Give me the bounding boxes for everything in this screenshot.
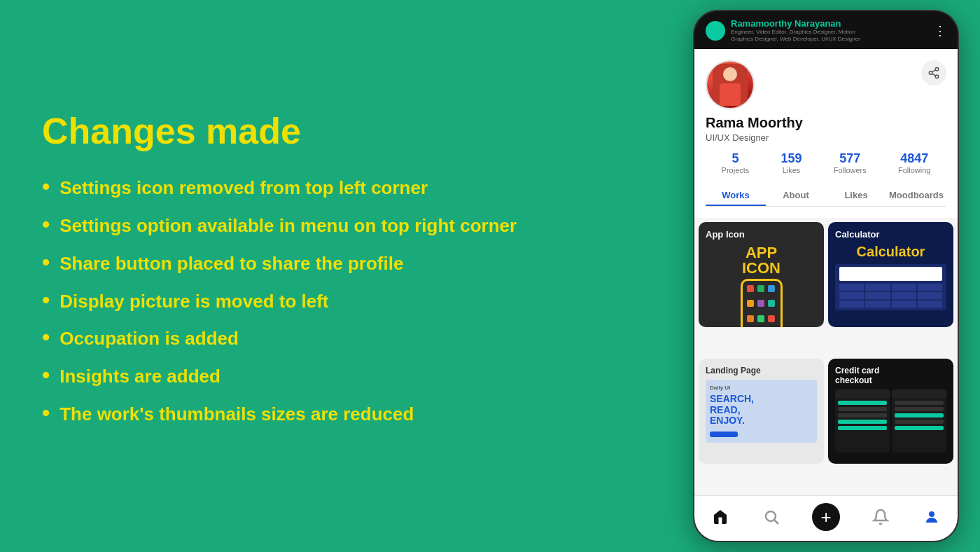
calculator-brand: Calculator [835,244,946,260]
calc-key [865,301,890,308]
topbar-user: Ramamoorthy Narayanan Engineer, Video Ed… [706,18,871,43]
tabs-row: Works About Likes Moodboards [706,184,946,207]
nav-profile-button[interactable] [920,506,943,528]
tab-works[interactable]: Works [706,184,766,206]
stat-num-following: 4847 [898,151,930,166]
stat-likes: 159 Likes [780,151,802,174]
credit-screen-header [835,389,890,398]
app-dot [757,315,764,322]
list-item: Settings icon removed from top left corn… [42,177,651,200]
svg-line-7 [932,74,935,76]
topbar-menu-button[interactable]: ⋮ [934,23,946,39]
credit-row [838,426,887,430]
credit-row-dark [895,401,944,405]
tab-moodboards[interactable]: Moodboards [886,184,946,206]
list-item: Occupation is added [42,327,651,351]
calc-key [865,292,890,299]
landing-text: SEARCH,READ,ENJOY. [710,394,813,426]
calculator-title: Calculator [835,229,946,240]
share-button[interactable] [921,60,946,85]
work-card-credit[interactable]: Credit cardcheckout [828,359,953,464]
credit-screen-1 [835,389,890,453]
stat-following: 4847 Following [898,151,930,174]
svg-line-10 [775,520,779,525]
profile-section: Rama Moorthy UI/UX Designer 5 Projects 1… [694,49,958,218]
svg-point-6 [935,75,939,78]
credit-row [838,401,887,405]
svg-point-4 [935,67,939,71]
landing-button-graphic [710,432,738,437]
credit-row-dark [895,420,944,424]
svg-rect-3 [720,83,741,106]
credit-screen-header [892,389,946,398]
calc-key [892,301,916,308]
avatar [706,60,755,109]
calc-key [892,292,916,299]
tab-likes[interactable]: Likes [826,184,886,206]
stat-label-projects: Projects [722,166,750,174]
svg-point-11 [929,511,934,517]
work-card-app-icon[interactable]: App Icon APPICON [699,222,824,327]
credit-row [838,420,887,424]
phone-topbar: Ramamoorthy Narayanan Engineer, Video Ed… [694,11,958,49]
stats-row: 5 Projects 159 Likes 577 Followers 4847 … [706,151,946,174]
credit-row-dark [895,407,944,411]
app-dot [747,315,754,322]
tab-about[interactable]: About [766,184,826,206]
app-dot [757,285,764,292]
list-item: Share button placed to share the profile [42,252,651,276]
stat-projects: 5 Projects [722,151,750,174]
nav-bell-button[interactable] [869,506,892,528]
landing-label: Daily UI [710,385,813,391]
calc-key [865,284,890,291]
credit-row-dark [838,407,887,411]
svg-point-0 [713,27,718,31]
calc-key [918,284,942,291]
works-grid: App Icon APPICON Calculator Calcu [694,218,958,495]
nav-add-button[interactable]: + [812,503,840,531]
app-icon-label: APPICON [742,245,780,276]
calc-keys [839,284,942,308]
credit-row [895,413,944,418]
list-item: The work's thumbnails sizes are reduced [42,403,651,427]
left-panel: Changes made Settings icon removed from … [0,76,693,476]
app-dot [768,315,775,322]
calc-key [839,301,864,308]
app-dot [747,285,754,292]
svg-point-2 [723,67,737,81]
stat-label-followers: Followers [834,166,867,174]
credit-row [895,426,944,430]
work-card-calculator[interactable]: Calculator Calculator [828,222,953,327]
stat-label-following: Following [898,166,930,174]
calc-key [839,284,864,291]
app-dot [768,285,775,292]
calc-key [918,292,942,299]
profile-top [706,60,946,109]
credit-title: Credit cardcheckout [835,366,946,385]
calc-key [918,301,942,308]
app-dot [747,300,754,307]
calculator-display [835,264,946,310]
stat-num-likes: 159 [780,151,802,166]
stat-followers: 577 Followers [834,151,867,174]
list-item: Display picture is moved to left [42,290,651,314]
topbar-info: Ramamoorthy Narayanan Engineer, Video Ed… [731,18,871,43]
nav-search-button[interactable] [760,506,783,528]
calc-key [839,292,864,299]
profile-occupation: UI/UX Designer [706,132,946,143]
credit-row-dark [838,413,887,418]
app-dot [768,300,775,307]
app-icon-phone-graphic [741,279,783,327]
bottom-nav: + [694,495,958,541]
profile-name: Rama Moorthy [706,115,946,131]
app-dot [757,300,764,307]
app-icon-title: App Icon [706,229,745,240]
landing-title: Landing Page [706,366,817,375]
list-item: Settings option available in menu on top… [42,214,651,238]
avatar-image [707,62,753,108]
app-icon-inner: APPICON [706,245,817,327]
stat-num-projects: 5 [722,151,750,166]
nav-home-button[interactable] [709,506,732,528]
phone-mockup: Ramamoorthy Narayanan Engineer, Video Ed… [693,10,959,542]
work-card-landing[interactable]: Landing Page Daily UI SEARCH,READ,ENJOY. [699,359,824,464]
